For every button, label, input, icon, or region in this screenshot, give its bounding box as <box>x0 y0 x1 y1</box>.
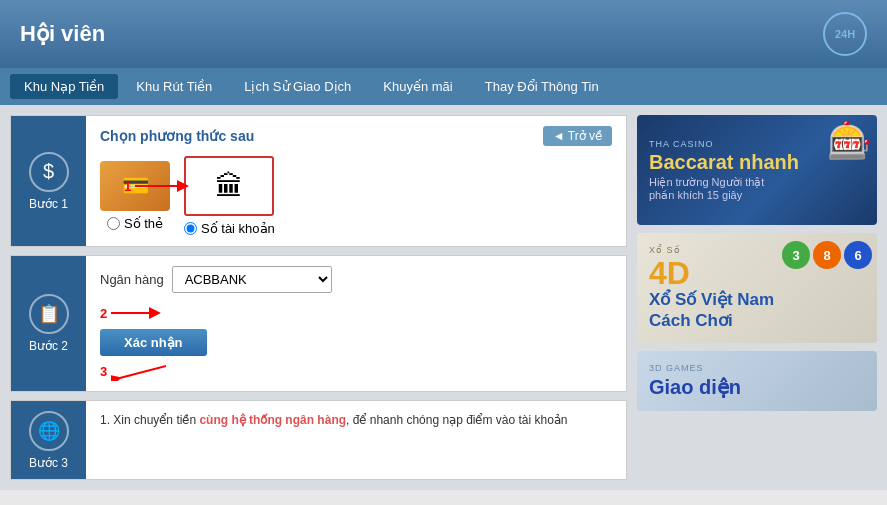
chips-icon: 🎰 <box>827 120 872 162</box>
games-title: Giao diện <box>649 375 865 399</box>
method-so-tai-khoan[interactable]: 🏛 Số tài khoản 1 <box>184 156 275 236</box>
games-card-bg: 3D GAMES Giao diện <box>637 351 877 411</box>
step2-content: Ngân hàng ACBBANK 2 Xác nhận 3 <box>86 256 626 391</box>
bank-dropdown[interactable]: ACBBANK <box>172 266 332 293</box>
annotation2-area: 2 <box>100 305 612 321</box>
bank-select-row: Ngân hàng ACBBANK <box>100 266 612 293</box>
svg-line-2 <box>116 366 166 379</box>
step3-text-highlight: cùng hệ thống ngân hàng <box>199 413 346 427</box>
annotation2: 2 <box>100 306 107 321</box>
annotation3-area: 3 <box>100 361 612 381</box>
method-options: 💳 Số thẻ 🏛 Số tài khoản <box>100 156 612 236</box>
step1-label: Bước 1 <box>29 197 68 211</box>
tab-nap-tien[interactable]: Khu Nạp Tiền <box>10 74 118 99</box>
step2-icon-col: 📋 Bước 2 <box>11 256 86 391</box>
tab-lich-su[interactable]: Lịch Sử Giao Dịch <box>230 74 365 99</box>
step1-icon-col: $ Bước 1 <box>11 116 86 246</box>
step1-content: Chọn phương thức sau ◄ Trở về 💳 Số thẻ <box>86 116 626 246</box>
games-tag: 3D GAMES <box>649 363 865 373</box>
header: Hội viên 24H <box>0 0 887 68</box>
method-so-the[interactable]: 💳 Số thẻ <box>100 161 170 231</box>
arrow2-icon <box>111 305 161 321</box>
step3-label: Bước 3 <box>29 456 68 470</box>
games-card[interactable]: 3D GAMES Giao diện <box>637 351 877 411</box>
step3-text-normal2: , để nhanh chóng nạp điểm vào tài khoản <box>346 413 567 427</box>
tab-khuyen-mai[interactable]: Khuyến mãi <box>369 74 466 99</box>
radio-so-the[interactable] <box>107 217 120 230</box>
confirm-button[interactable]: Xác nhận <box>100 329 207 356</box>
radio-row-1: Số thẻ <box>107 216 163 231</box>
ball-8: 8 <box>813 241 841 269</box>
step3-icon-col: 🌐 Bước 3 <box>11 401 86 479</box>
bank-icon-box: 🏛 <box>184 156 274 216</box>
step3-content: 1. Xin chuyển tiền cùng hệ thống ngân hà… <box>86 401 582 479</box>
baccarat-sub: Hiện trường Người thậtphần khích 15 giây <box>649 176 865 202</box>
step2-icon: 📋 <box>29 294 69 334</box>
annotation1-area: 1 <box>124 176 190 196</box>
step2-label: Bước 2 <box>29 339 68 353</box>
step3-box: 🌐 Bước 3 1. Xin chuyển tiền cùng hệ thốn… <box>10 400 627 480</box>
so-the-label: Số thẻ <box>124 216 163 231</box>
annotation3: 3 <box>100 364 107 379</box>
ball-3: 3 <box>782 241 810 269</box>
step3-text-normal1: 1. Xin chuyển tiền <box>100 413 199 427</box>
baccarat-card[interactable]: THA CASINO Baccarat nhanh Hiện trường Ng… <box>637 115 877 225</box>
radio-so-tai-khoan[interactable] <box>184 222 197 235</box>
page-title: Hội viên <box>20 21 105 47</box>
step2-box: 📋 Bước 2 Ngân hàng ACBBANK 2 <box>10 255 627 392</box>
main-content: $ Bước 1 Chọn phương thức sau ◄ Trở về 💳… <box>0 105 887 490</box>
annotation1: 1 <box>124 179 131 194</box>
step1-title: Chọn phương thức sau <box>100 128 254 144</box>
so-tai-khoan-label: Số tài khoản <box>201 221 275 236</box>
tab-rut-tien[interactable]: Khu Rút Tiền <box>122 74 226 99</box>
bank-select-label: Ngân hàng <box>100 272 164 287</box>
step1-header: Chọn phương thức sau ◄ Trở về <box>100 126 612 146</box>
lottery-title: Xổ Số Việt NamCách Chơi <box>649 289 865 331</box>
right-panel: THA CASINO Baccarat nhanh Hiện trường Ng… <box>637 115 877 480</box>
ball-6: 6 <box>844 241 872 269</box>
radio-row-2: Số tài khoản <box>184 221 275 236</box>
lottery-balls: 3 8 6 <box>782 241 872 269</box>
step1-box: $ Bước 1 Chọn phương thức sau ◄ Trở về 💳… <box>10 115 627 247</box>
arrow3-icon <box>111 361 166 381</box>
tab-thay-doi[interactable]: Thay Đổi Thông Tin <box>471 74 613 99</box>
nav-tabs: Khu Nạp Tiền Khu Rút Tiền Lịch Sử Giao D… <box>0 68 887 105</box>
step3-icon: 🌐 <box>29 411 69 451</box>
badge-24h: 24H <box>823 12 867 56</box>
lottery-card[interactable]: Xổ Số 4D Xổ Số Việt NamCách Chơi 3 8 6 <box>637 233 877 343</box>
left-panel: $ Bước 1 Chọn phương thức sau ◄ Trở về 💳… <box>10 115 627 480</box>
arrow1-icon <box>135 176 190 196</box>
bank-building-icon: 🏛 <box>215 170 243 203</box>
step1-icon: $ <box>29 152 69 192</box>
back-button[interactable]: ◄ Trở về <box>543 126 612 146</box>
